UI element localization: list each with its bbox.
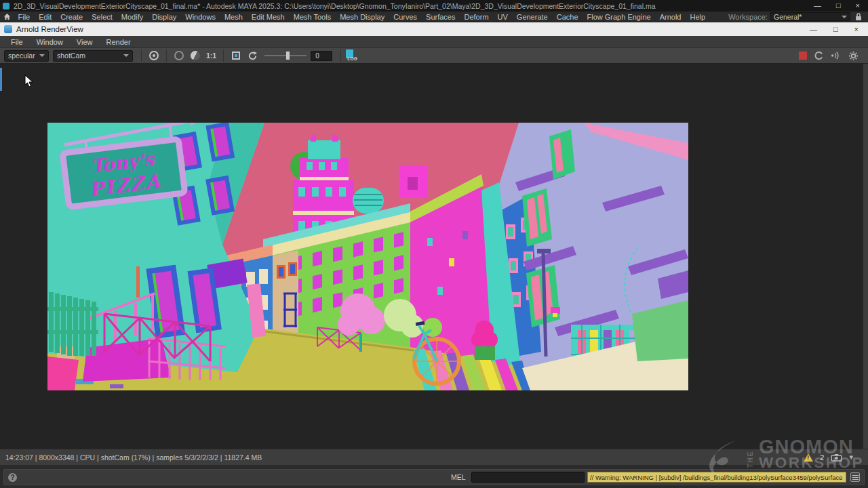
region-render-icon[interactable]	[229, 49, 243, 62]
maya-menu-flow-graph-engine[interactable]: Flow Graph Engine	[583, 13, 655, 21]
maya-menu-uv[interactable]: UV	[493, 13, 512, 21]
workspace-value: General*	[774, 13, 802, 21]
maya-menu-surfaces[interactable]: Surfaces	[422, 13, 460, 21]
maya-menu-select[interactable]: Select	[87, 13, 117, 21]
abort-render-icon[interactable]	[799, 52, 807, 60]
maya-home-icon[interactable]	[0, 11, 14, 23]
camera-dropdown[interactable]: shotCam	[53, 50, 133, 62]
close-window-button[interactable]: ×	[856, 0, 860, 12]
renderview-menu-render[interactable]: Render	[100, 38, 138, 46]
command-feedback-warning[interactable]: // Warning: WARNING | [subdiv] /building…	[587, 472, 846, 483]
maya-menu-curves[interactable]: Curves	[389, 13, 422, 21]
log-panel-icon[interactable]: LOG	[345, 49, 357, 62]
renderview-statusbar: 14:23:07 | 8000x3348 | CPU | shotCam (17…	[0, 449, 868, 465]
color-swatch-icon[interactable]	[189, 49, 202, 62]
aov-value: specular	[8, 52, 35, 60]
workspace-lock-icon[interactable]	[854, 12, 863, 21]
exposure-slider[interactable]	[264, 49, 307, 62]
maya-menu-windows[interactable]: Windows	[181, 13, 220, 21]
refresh-render-icon[interactable]	[245, 49, 259, 62]
warning-triangle-icon[interactable]	[804, 453, 813, 462]
rgba-channels-icon[interactable]	[172, 49, 186, 62]
mel-language-toggle[interactable]: MEL	[451, 473, 466, 481]
renderview-maximize-button[interactable]: □	[833, 25, 838, 33]
renderview-menu-window[interactable]: Window	[30, 38, 70, 46]
help-icon[interactable]: ?	[8, 473, 17, 482]
os-titlebar: 2D_3D_VisualDevelopmentExteriorCityscape…	[0, 0, 868, 12]
arnold-renderview-icon	[4, 25, 12, 33]
maya-menu-generate[interactable]: Generate	[512, 13, 552, 21]
maya-menu-edit-mesh[interactable]: Edit Mesh	[247, 13, 289, 21]
renderview-titlebar[interactable]: Arnold RenderView — □ ×	[0, 22, 868, 36]
render-viewport[interactable]: Tony's PIZZA	[0, 64, 868, 449]
script-editor-icon[interactable]	[850, 472, 860, 482]
maya-menu-modify[interactable]: Modify	[117, 13, 147, 21]
exposure-slider-handle[interactable]	[286, 52, 290, 60]
renderview-title: Arnold RenderView	[16, 25, 810, 33]
workspace-label: Workspace:	[728, 13, 768, 21]
maya-menu-edit[interactable]: Edit	[35, 13, 56, 21]
viewport-scrollbar-right[interactable]	[863, 64, 868, 449]
minimize-window-button[interactable]: —	[814, 0, 821, 12]
mouse-cursor	[24, 75, 33, 87]
maya-command-line-area: ? MEL // Warning: WARNING | [subdiv] /bu…	[0, 465, 868, 488]
renderview-menubar: File Window View Render	[0, 36, 868, 48]
chevron-down-icon	[39, 54, 45, 57]
maya-menu-mesh-tools[interactable]: Mesh Tools	[289, 13, 335, 21]
live-connection-icon[interactable]	[831, 51, 842, 60]
maya-menu-deform[interactable]: Deform	[460, 13, 493, 21]
renderview-toolbar: specular shotCam 1:1 0 LOG	[0, 48, 868, 64]
renderview-menu-view[interactable]: View	[70, 38, 100, 46]
mel-command-input[interactable]	[471, 472, 585, 483]
maya-menu-arnold[interactable]: Arnold	[655, 13, 686, 21]
snapshot-camera-icon[interactable]	[831, 453, 842, 462]
renderview-minimize-button[interactable]: —	[810, 25, 817, 33]
maximize-window-button[interactable]: □	[836, 0, 841, 12]
settings-gear-icon[interactable]	[848, 51, 859, 61]
maya-menu-mesh[interactable]: Mesh	[220, 13, 247, 21]
camera-value: shotCam	[57, 52, 85, 60]
maya-menubar: File Edit Create Select Modify Display W…	[0, 12, 868, 22]
maya-application-window: 2D_3D_VisualDevelopmentExteriorCityscape…	[0, 0, 868, 488]
render-start-icon[interactable]	[147, 49, 161, 62]
viewport-scrollbar-left[interactable]	[0, 68, 2, 91]
render-status-text: 14:23:07 | 8000x3348 | CPU | shotCam (17…	[5, 453, 262, 462]
maya-menu-create[interactable]: Create	[56, 13, 87, 21]
chevron-down-icon[interactable]: ▾	[849, 453, 853, 462]
maya-menu-mesh-display[interactable]: Mesh Display	[336, 13, 389, 21]
rendered-cityscape-image: Tony's PIZZA	[47, 123, 688, 390]
progressive-refine-icon[interactable]	[814, 51, 824, 61]
maya-menu-display[interactable]: Display	[148, 13, 181, 21]
window-title: 2D_3D_VisualDevelopmentExteriorCityscape…	[14, 2, 814, 10]
workspace-dropdown[interactable]: General*	[770, 12, 850, 21]
renderview-menu-file[interactable]: File	[4, 38, 30, 46]
exposure-value-field[interactable]: 0	[311, 51, 332, 61]
maya-file-icon	[3, 3, 9, 9]
maya-menu-cache[interactable]: Cache	[552, 13, 583, 21]
chevron-down-icon	[123, 54, 129, 57]
warning-count: 2	[820, 453, 824, 462]
aov-dropdown[interactable]: specular	[4, 50, 49, 62]
chevron-down-icon	[842, 16, 847, 18]
zoom-ratio-button[interactable]: 1:1	[206, 52, 216, 60]
maya-menu-file[interactable]: File	[14, 13, 35, 21]
maya-menu-help[interactable]: Help	[686, 13, 710, 21]
renderview-close-button[interactable]: ×	[854, 25, 859, 33]
